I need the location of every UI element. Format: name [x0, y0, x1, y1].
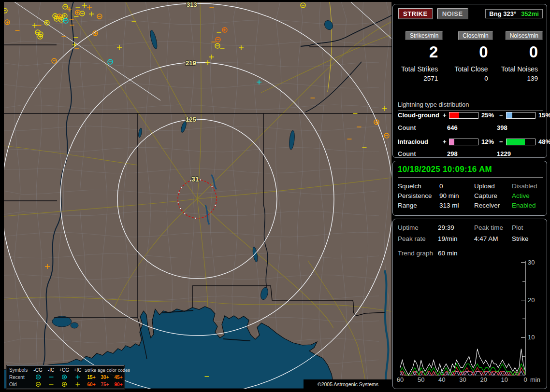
upload-status: Disabled: [512, 182, 543, 190]
legend-col-header-+cg: +CG: [58, 367, 71, 373]
noises-rate-value: 0: [498, 44, 543, 60]
copyright-text: ©2005 Astrogenic Systems: [304, 379, 392, 389]
legend-minus-icon: [44, 381, 58, 388]
ic-count-label: Count: [398, 150, 447, 157]
legend-age-60+: 60+: [85, 382, 98, 387]
intracloud-label: Intracloud: [398, 138, 443, 145]
legend-plus-icon: [71, 374, 85, 381]
legend-title: Symbols: [9, 367, 31, 373]
total-close-label: Total Close: [448, 65, 492, 73]
bearing-distance: 352mi: [521, 10, 539, 17]
legend-circle-minus-icon: [31, 374, 44, 381]
total-noises-value: 139: [498, 75, 543, 82]
strike-mode-button[interactable]: STRIKE: [398, 8, 433, 19]
cg-negative-count: 398: [497, 124, 543, 131]
datetime-readout: 10/18/2025 10:09:16 AM: [398, 165, 543, 178]
cg-negative-pct: 15%: [536, 112, 550, 119]
capture-label: Capture: [474, 192, 512, 199]
svg-text:20: 20: [528, 296, 535, 304]
legend-col-header--cg: -CG: [31, 367, 44, 373]
bearing-value: Bng 323°: [489, 10, 516, 17]
ic-positive-bar: [449, 139, 478, 145]
svg-text:30: 30: [459, 376, 466, 383]
legend-row-label: Old: [9, 382, 31, 387]
total-noises-label: Total Noises: [498, 65, 543, 73]
legend-col-header-+ic: +IC: [71, 367, 85, 373]
status-panel: 10/18/2025 10:09:16 AM Squelch 0 Upload …: [392, 161, 547, 216]
plus-sign: +: [443, 138, 449, 145]
close-per-min-badge: Close/min: [458, 31, 492, 40]
close-rate-value: 0: [448, 44, 492, 60]
minus-sign: −: [499, 138, 506, 145]
legend-plus-icon: [71, 381, 85, 388]
map-canvas[interactable]: 31321912531: [4, 2, 391, 389]
cg-positive-count: 646: [447, 124, 497, 131]
total-close-value: 0: [448, 75, 492, 82]
legend-circle-plus-icon: [58, 381, 71, 388]
cg-positive-pct: 25%: [478, 112, 499, 119]
legend-age-15+: 15+: [85, 375, 98, 380]
distribution-title: Lightning type distribution: [398, 101, 543, 111]
ring-label: 125: [186, 116, 196, 123]
total-strikes-value: 2571: [398, 75, 443, 82]
minus-sign: −: [499, 112, 506, 119]
bearing-readout: Bng 323°352mi: [485, 9, 543, 18]
ic-positive-count: 298: [447, 150, 497, 157]
symbols-legend: Symbols-CG-IC+CG+ICStrike age color code…: [7, 365, 124, 389]
lightning-map[interactable]: 31321912531 Symbols-CG-IC+CG+ICStrike ag…: [4, 2, 391, 389]
legend-age-30+: 30+: [98, 375, 112, 380]
strike-stats-panel: STRIKE NOISE Bng 323°352mi Strikes/min C…: [392, 4, 547, 158]
legend-age-title: Strike age color codes: [85, 367, 125, 373]
legend-row-label: Recent: [9, 375, 31, 380]
legend-minus-icon: [44, 374, 58, 381]
ic-negative-bar: [506, 139, 536, 145]
legend-age-75+: 75+: [98, 382, 112, 387]
ring-label: 313: [187, 2, 197, 8]
ring-label: 219: [186, 59, 196, 67]
strikes-per-min-badge: Strikes/min: [405, 31, 443, 40]
ic-negative-count: 1229: [497, 150, 543, 157]
upload-label: Upload: [474, 182, 512, 190]
plus-sign: +: [443, 112, 449, 119]
svg-text:50: 50: [418, 376, 424, 383]
receiver-status: Enabled: [512, 202, 543, 209]
ic-positive-pct: 12%: [478, 138, 499, 145]
cg-negative-bar: [506, 112, 536, 119]
legend-age-90+: 90+: [112, 382, 125, 387]
ring-label: 31: [191, 175, 199, 183]
cloud-ground-label: Cloud-ground: [398, 112, 443, 119]
receiver-label: Receiver: [474, 202, 512, 209]
legend-circle-plus-icon: [58, 374, 71, 381]
range-label: Range: [398, 202, 439, 209]
svg-text:min: min: [530, 376, 540, 383]
capture-status: Active: [512, 192, 543, 199]
legend-col-header--ic: -IC: [44, 367, 58, 373]
trend-series-ic-negative: [400, 364, 525, 375]
noise-mode-button[interactable]: NOISE: [437, 8, 468, 19]
trend-graph: 1020306050403020100min: [393, 219, 546, 388]
svg-text:10: 10: [528, 334, 535, 341]
legend-age-45+: 45+: [112, 375, 125, 380]
svg-text:0: 0: [523, 376, 527, 383]
svg-text:20: 20: [480, 376, 487, 383]
squelch-label: Squelch: [398, 182, 439, 190]
cg-positive-bar: [449, 112, 478, 119]
legend-circle-minus-icon: [31, 381, 44, 388]
ic-negative-pct: 48%: [536, 138, 550, 145]
cg-count-label: Count: [398, 124, 447, 131]
squelch-value: 0: [439, 182, 474, 190]
noises-per-min-badge: Noises/min: [506, 31, 543, 40]
persistence-value: 90 min: [439, 192, 474, 199]
svg-text:30: 30: [528, 259, 535, 266]
svg-text:10: 10: [501, 376, 508, 383]
range-value: 313 mi: [439, 202, 474, 209]
trend-panel: Uptime 29:39 Peak time Plot Peak rate 19…: [392, 219, 547, 389]
persistence-label: Persistence: [398, 192, 439, 199]
svg-text:60: 60: [397, 376, 404, 383]
svg-text:40: 40: [438, 376, 445, 383]
strikes-rate-value: 2: [398, 44, 443, 60]
total-strikes-label: Total Strikes: [398, 65, 443, 73]
